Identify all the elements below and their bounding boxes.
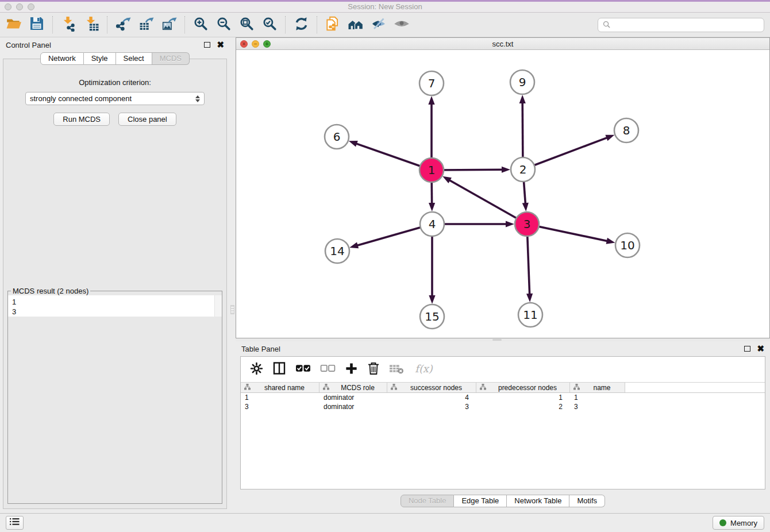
table-body: 1dominator4113dominator323 xyxy=(241,393,765,411)
edge-3-10[interactable] xyxy=(527,224,615,244)
splitter-grip[interactable] xyxy=(492,339,502,341)
network-canvas[interactable]: 7968124314101511 xyxy=(236,50,769,338)
tab-style[interactable]: Style xyxy=(84,52,116,65)
open-session-button[interactable] xyxy=(2,14,25,35)
network-window-title: scc.txt xyxy=(492,40,514,48)
export-network-button[interactable] xyxy=(111,14,134,35)
zoom-out-button[interactable] xyxy=(212,14,235,35)
table-cell[interactable]: dominator xyxy=(319,402,387,411)
network-minimize-button[interactable]: – xyxy=(252,40,259,48)
table-panel-close-icon[interactable]: ✖ xyxy=(757,346,764,352)
window-zoom-button[interactable] xyxy=(28,3,34,10)
deselect-all-rows-button[interactable] xyxy=(320,363,336,376)
table-row[interactable]: 3dominator323 xyxy=(241,402,765,411)
window-close-button[interactable] xyxy=(5,3,11,10)
table-cell[interactable]: 3 xyxy=(570,402,625,411)
table-cell[interactable]: 4 xyxy=(387,393,476,402)
splitter-grip[interactable] xyxy=(230,305,234,314)
table-cell[interactable]: dominator xyxy=(319,393,387,402)
graph-node-15[interactable]: 15 xyxy=(420,304,444,329)
graph-node-14[interactable]: 14 xyxy=(325,239,349,263)
table-panel-float-icon[interactable] xyxy=(744,346,750,352)
table-cell[interactable]: 3 xyxy=(241,402,319,411)
mcds-result-item: 1 xyxy=(12,297,214,307)
graph-node-11[interactable]: 11 xyxy=(518,303,542,327)
column-header-mcds-role[interactable]: MCDS role xyxy=(319,383,387,392)
graph-node-9[interactable]: 9 xyxy=(510,70,534,94)
table-cell[interactable]: 3 xyxy=(387,402,476,411)
table-cell[interactable]: 1 xyxy=(241,393,319,402)
hide-details-button[interactable] xyxy=(367,14,390,35)
export-table-button[interactable] xyxy=(134,14,157,35)
tab-network[interactable]: Network xyxy=(40,52,84,65)
zoom-in-button[interactable] xyxy=(189,14,212,35)
column-header-label: shared name xyxy=(252,384,317,392)
control-panel-close-icon[interactable]: ✖ xyxy=(217,42,224,48)
column-header-label: MCDS role xyxy=(331,384,384,392)
new-network-from-selection-button[interactable] xyxy=(321,14,344,35)
add-column-button[interactable] xyxy=(345,362,358,377)
edge-2-8[interactable] xyxy=(523,135,614,169)
import-network-button[interactable] xyxy=(57,14,80,35)
column-header-name[interactable]: name xyxy=(570,383,625,392)
svg-text:6: 6 xyxy=(333,130,341,144)
memory-button[interactable]: Memory xyxy=(713,516,764,530)
graph-node-2[interactable]: 2 xyxy=(511,157,535,182)
table-row[interactable]: 1dominator411 xyxy=(241,393,765,402)
export-image-button[interactable] xyxy=(157,14,180,35)
search-input[interactable] xyxy=(614,20,759,30)
table-tab-motifs[interactable]: Motifs xyxy=(569,495,605,507)
graph-node-4[interactable]: 4 xyxy=(420,212,444,236)
graph-node-6[interactable]: 6 xyxy=(325,125,349,149)
zoom-selected-icon xyxy=(262,16,278,34)
network-zoom-button[interactable]: + xyxy=(263,40,271,48)
graph-node-1[interactable]: 1 xyxy=(419,158,444,182)
column-header-successor-nodes[interactable]: successor nodes xyxy=(387,383,476,392)
columns-icon xyxy=(272,361,286,377)
task-history-button[interactable] xyxy=(6,516,24,530)
vertical-splitter[interactable] xyxy=(230,37,236,512)
edge-4-14[interactable] xyxy=(349,224,432,248)
delete-column-button[interactable] xyxy=(367,361,380,377)
refresh-view-button[interactable] xyxy=(290,14,313,35)
network-overview-button[interactable] xyxy=(344,14,367,35)
window-minimize-button[interactable] xyxy=(16,3,23,10)
close-panel-button[interactable]: Close panel xyxy=(118,113,176,126)
graph-node-10[interactable]: 10 xyxy=(615,233,640,257)
horizontal-splitter[interactable] xyxy=(236,338,770,341)
zoom-selected-button[interactable] xyxy=(258,14,281,35)
import-table-button[interactable] xyxy=(80,14,103,35)
network-close-button[interactable]: × xyxy=(240,40,248,48)
table-settings-button[interactable] xyxy=(250,362,263,377)
select-all-rows-button[interactable] xyxy=(295,363,311,376)
table-cell[interactable]: 2 xyxy=(476,402,570,411)
toggle-column-view-button[interactable] xyxy=(272,361,286,377)
save-session-button[interactable] xyxy=(25,14,48,35)
export-table-icon xyxy=(138,16,154,34)
tab-select[interactable]: Select xyxy=(116,52,152,65)
control-panel-float-icon[interactable] xyxy=(204,42,210,48)
uncheck-pair-icon xyxy=(320,363,336,376)
column-type-icon xyxy=(391,384,397,392)
task-list-icon xyxy=(10,518,20,528)
table-tab-edge-table[interactable]: Edge Table xyxy=(454,495,507,507)
column-header-predecessor-nodes[interactable]: predecessor nodes xyxy=(476,383,570,392)
graph-node-7[interactable]: 7 xyxy=(419,71,444,95)
edge-1-6[interactable] xyxy=(349,141,432,170)
table-tab-node-table[interactable]: Node Table xyxy=(401,495,455,507)
memory-label: Memory xyxy=(730,519,757,527)
criterion-select[interactable]: strongly connected component xyxy=(25,92,205,105)
network-graph: 7968124314101511 xyxy=(236,50,769,337)
graph-node-3[interactable]: 3 xyxy=(515,212,539,236)
zoom-fit-button[interactable] xyxy=(235,14,258,35)
edge-3-1[interactable] xyxy=(442,176,527,224)
run-mcds-button[interactable]: Run MCDS xyxy=(53,113,110,126)
table-cell[interactable]: 1 xyxy=(570,393,625,402)
table-cell[interactable]: 1 xyxy=(476,393,570,402)
column-header-shared-name[interactable]: shared name xyxy=(241,383,319,392)
graph-node-8[interactable]: 8 xyxy=(614,118,638,142)
tab-mcds[interactable]: MCDS xyxy=(152,52,190,65)
svg-text:8: 8 xyxy=(623,124,630,137)
show-details-button[interactable] xyxy=(390,14,413,35)
table-tab-network-table[interactable]: Network Table xyxy=(507,495,569,507)
